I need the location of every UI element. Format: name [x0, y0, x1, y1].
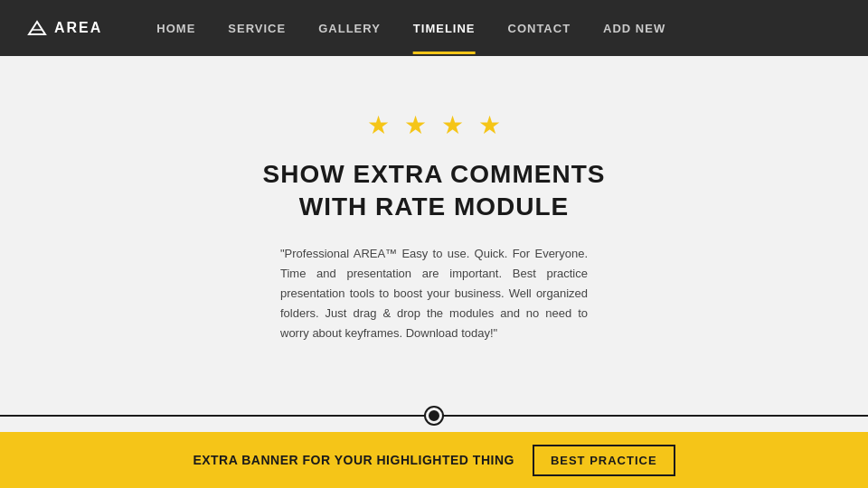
logo-icon: [27, 18, 47, 38]
main-heading: SHOW EXTRA COMMENTS WITH RATE MODULE: [263, 158, 606, 224]
nav-link-service[interactable]: SERVICE: [228, 22, 286, 35]
nav-item-service[interactable]: SERVICE: [228, 20, 286, 36]
main-description: "Professional AREA™ Easy to use. Quick. …: [280, 244, 588, 343]
best-practice-button[interactable]: BEST PRACTICE: [533, 445, 675, 476]
navbar: AREA HOME SERVICE GALLERY TIMELINE CONTA…: [0, 0, 868, 56]
main-content: ★ ★ ★ ★ SHOW EXTRA COMMENTS WITH RATE MO…: [0, 56, 868, 398]
nav-item-addnew[interactable]: ADD NEW: [603, 20, 665, 36]
timeline-dot: [426, 408, 442, 424]
logo-text: AREA: [54, 20, 102, 36]
nav-item-timeline[interactable]: TIMELINE: [413, 20, 476, 36]
nav-item-gallery[interactable]: GALLERY: [318, 20, 381, 36]
nav-links: HOME SERVICE GALLERY TIMELINE CONTACT AD…: [156, 20, 665, 36]
bottom-banner: EXTRA BANNER FOR YOUR HIGHLIGHTED THING …: [0, 432, 868, 488]
heading-line1: SHOW EXTRA COMMENTS: [263, 160, 606, 188]
nav-link-timeline[interactable]: TIMELINE: [413, 22, 476, 35]
star-2: ★: [404, 110, 427, 140]
nav-link-home[interactable]: HOME: [156, 22, 195, 35]
star-1: ★: [367, 110, 390, 140]
nav-item-contact[interactable]: CONTACT: [508, 20, 571, 36]
timeline-section: [0, 407, 868, 425]
banner-text: EXTRA BANNER FOR YOUR HIGHLIGHTED THING: [193, 453, 514, 467]
star-3: ★: [441, 110, 464, 140]
nav-item-home[interactable]: HOME: [156, 20, 195, 36]
star-rating: ★ ★ ★ ★: [367, 110, 501, 140]
heading-line2: WITH RATE MODULE: [299, 192, 570, 221]
star-4: ★: [478, 110, 501, 140]
nav-link-contact[interactable]: CONTACT: [508, 22, 571, 35]
logo[interactable]: AREA: [27, 18, 102, 38]
nav-link-addnew[interactable]: ADD NEW: [603, 22, 665, 35]
nav-link-gallery[interactable]: GALLERY: [318, 22, 381, 35]
